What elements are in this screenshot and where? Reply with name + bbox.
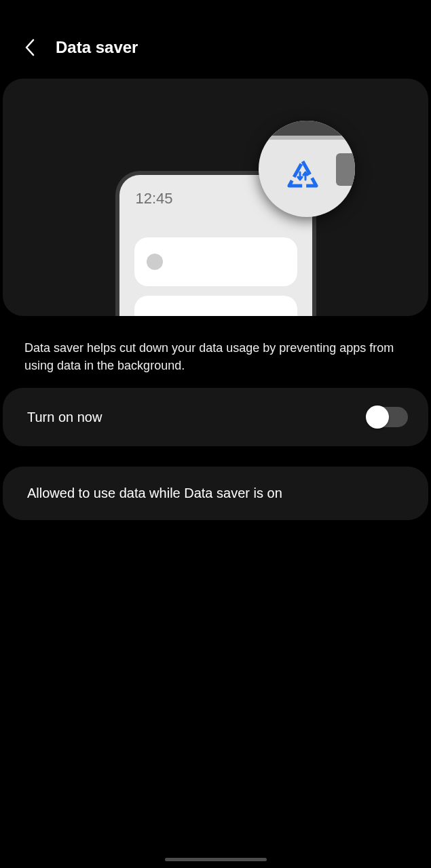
page-title: Data saver — [56, 38, 138, 57]
turn-on-row[interactable]: Turn on now — [3, 388, 428, 446]
header: Data saver — [0, 0, 431, 71]
mock-card — [134, 237, 297, 286]
description-text: Data saver helps cut down your data usag… — [0, 316, 431, 388]
turn-on-toggle[interactable] — [367, 407, 408, 427]
navigation-handle[interactable] — [165, 858, 267, 861]
turn-on-label: Turn on now — [27, 410, 102, 425]
mock-dot — [147, 254, 163, 270]
zoom-lens — [259, 121, 355, 217]
back-button[interactable] — [22, 39, 38, 56]
chevron-left-icon — [24, 38, 36, 57]
illustration-card: 12:45 — [3, 79, 428, 316]
mock-clock: 12:45 — [136, 190, 173, 208]
battery-icon — [336, 153, 355, 186]
allowed-apps-label: Allowed to use data while Data saver is … — [27, 486, 282, 501]
data-saver-icon — [286, 159, 320, 190]
toggle-thumb — [366, 406, 389, 429]
mock-card-2 — [134, 296, 297, 316]
allowed-apps-row[interactable]: Allowed to use data while Data saver is … — [3, 467, 428, 520]
